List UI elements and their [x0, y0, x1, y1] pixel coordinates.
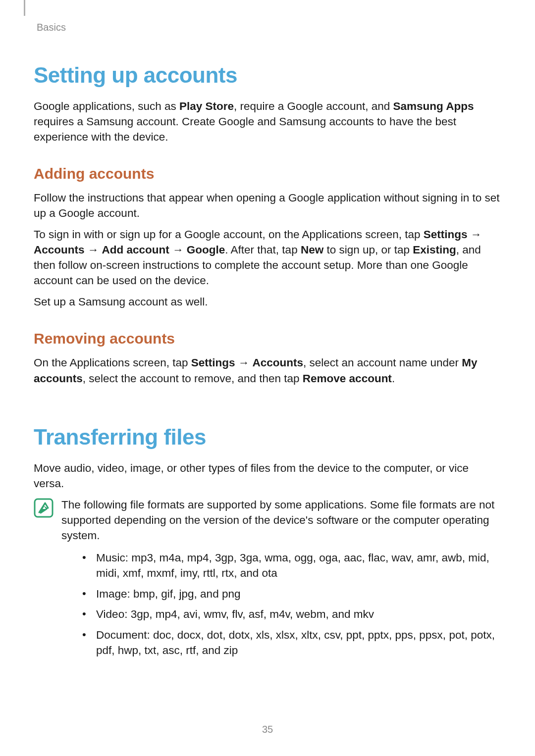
bold-settings: Settings	[191, 356, 235, 369]
note-content: The following file formats are supported…	[61, 497, 501, 663]
formats-list: Music: mp3, m4a, mp4, 3gp, 3ga, wma, ogg…	[82, 550, 501, 658]
text-fragment: , select an account name under	[303, 356, 462, 369]
subheading-removing-accounts: Removing accounts	[34, 330, 501, 347]
text-fragment: To sign in with or sign up for a Google …	[34, 228, 424, 241]
text-fragment: On the Applications screen, tap	[34, 356, 191, 369]
text-fragment: . After that, tap	[225, 244, 301, 256]
header-tab-mark	[24, 0, 25, 16]
arrow-icon: →	[468, 228, 482, 241]
list-item: Music: mp3, m4a, mp4, 3gp, 3ga, wma, ogg…	[82, 550, 501, 581]
list-item: Video: 3gp, mp4, avi, wmv, flv, asf, m4v…	[82, 606, 501, 622]
note-icon	[34, 498, 54, 520]
arrow-icon: →	[169, 244, 187, 256]
bold-remove-account: Remove account	[303, 372, 392, 385]
heading-transferring-files: Transferring files	[34, 425, 501, 450]
page-content: Basics Setting up accounts Google applic…	[0, 0, 535, 683]
bold-accounts: Accounts	[252, 356, 303, 369]
intro-paragraph: Google applications, such as Play Store,…	[34, 99, 501, 145]
bold-samsung-apps: Samsung Apps	[393, 100, 474, 112]
subheading-adding-accounts: Adding accounts	[34, 165, 501, 182]
note-block: The following file formats are supported…	[34, 497, 501, 663]
bold-play-store: Play Store	[179, 100, 234, 112]
bold-settings: Settings	[424, 228, 468, 241]
removing-paragraph: On the Applications screen, tap Settings…	[34, 355, 501, 386]
text-fragment: to sign up, or tap	[323, 244, 413, 256]
note-text: The following file formats are supported…	[61, 497, 501, 543]
bold-existing: Existing	[413, 244, 456, 256]
bold-google: Google	[187, 244, 225, 256]
adding-paragraph-2: To sign in with or sign up for a Google …	[34, 227, 501, 288]
text-fragment: Google applications, such as	[34, 100, 179, 112]
bold-new: New	[301, 244, 323, 256]
adding-paragraph-3: Set up a Samsung account as well.	[34, 294, 501, 309]
adding-paragraph-1: Follow the instructions that appear when…	[34, 190, 501, 221]
text-fragment: requires a Samsung account. Create Googl…	[34, 115, 456, 143]
list-item: Image: bmp, gif, jpg, and png	[82, 586, 501, 602]
bold-add-account: Add account	[102, 244, 169, 256]
heading-setting-up-accounts: Setting up accounts	[34, 63, 501, 88]
text-fragment: , select the account to remove, and then…	[83, 372, 303, 385]
arrow-icon: →	[85, 244, 102, 256]
svg-rect-0	[35, 499, 53, 517]
list-item: Document: doc, docx, dot, dotx, xls, xls…	[82, 627, 501, 658]
header-section-label: Basics	[37, 22, 501, 33]
transferring-intro: Move audio, video, image, or other types…	[34, 460, 501, 491]
arrow-icon: →	[235, 356, 252, 369]
text-fragment: , require a Google account, and	[234, 100, 393, 112]
text-fragment: .	[392, 372, 395, 385]
page-number: 35	[0, 724, 535, 735]
bold-accounts: Accounts	[34, 244, 85, 256]
